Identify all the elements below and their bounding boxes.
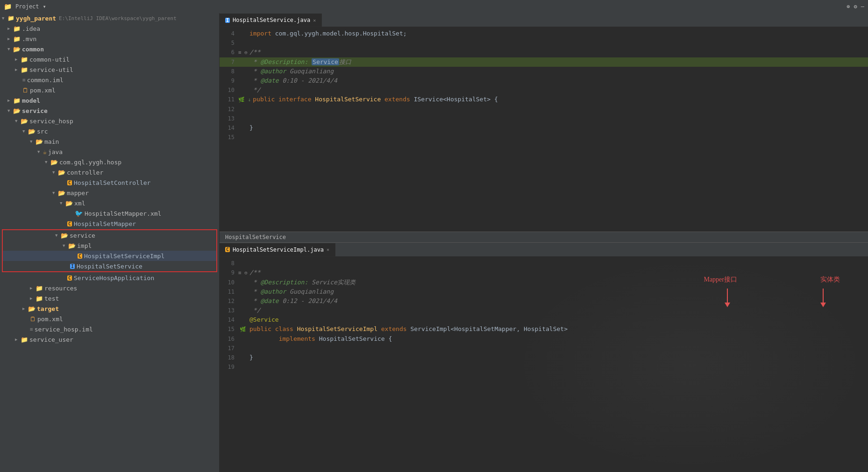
upper-code-pane[interactable]: 4 import com.gql.yygh.model.hosp.Hospita… (220, 27, 868, 232)
globe-icon[interactable]: ⊕ (847, 3, 850, 10)
sidebar-item-package[interactable]: ▼ 📂 com.gql.yygh.hosp (0, 157, 219, 167)
code-line-14: 14 } (220, 123, 868, 133)
sidebar-item-service-folder[interactable]: ▼ 📂 service (3, 230, 216, 240)
lower-code-line-14: 14 @Service (220, 315, 868, 324)
java-c-icon4: C (67, 275, 72, 281)
sidebar-item-HospitalSetServiceImpl[interactable]: ▶ C HospitalSetServiceImpl (3, 251, 216, 261)
sidebar-item-service[interactable]: ▼ 📂 service (0, 106, 219, 116)
sidebar-item-mvn[interactable]: ▶ 📁 .mvn (0, 34, 219, 44)
sidebar-item-common-util[interactable]: ▶ 📁 common-util (0, 54, 219, 64)
lower-pane: C HospitalSetServiceImpl.java ✕ 8 (220, 243, 868, 472)
folder-icon: 📁 (21, 56, 28, 63)
lower-code-line-11: 11 * @author Guoqianliang (220, 287, 868, 296)
code-line-15: 15 (220, 133, 868, 142)
folder-open-icon: 📂 (21, 118, 28, 125)
java-src-icon: ☕ (43, 148, 47, 155)
sidebar-item-mapper[interactable]: ▼ 📂 mapper (0, 188, 219, 198)
folder-icon: 📂 (58, 190, 65, 197)
folder-icon: 📂 (68, 242, 76, 249)
lower-code-content: 8 9 ≡ ⊖ /** 10 * @Description: (220, 257, 868, 373)
folder-icon: 📁 (36, 295, 43, 302)
folder-open-icon: 📂 (13, 107, 21, 114)
project-icon: 📁 (4, 3, 12, 10)
sidebar-item-main[interactable]: ▼ 📂 main (0, 136, 219, 147)
lower-code-line-10: 10 * @Description: Service实现类 (220, 278, 868, 287)
folder-icon: 📁 (13, 35, 21, 42)
lower-code-line-8: 8 (220, 259, 868, 268)
tab-HospitalSetServiceImpl[interactable]: C HospitalSetServiceImpl.java ✕ (220, 243, 335, 256)
folder-icon: 📁 (36, 285, 43, 292)
red-box-container: ▼ 📂 service ▼ 📂 impl ▶ C HospitalSetServ… (2, 229, 217, 272)
minimize-icon[interactable]: — (861, 3, 864, 10)
sidebar-item-java[interactable]: ▼ ☕ java (0, 147, 219, 157)
project-label[interactable]: Project (15, 3, 39, 10)
folder-icon: 📁 (21, 66, 28, 73)
sidebar-item-target[interactable]: ▶ 📂 target (0, 303, 219, 314)
sidebar-root[interactable]: ▼ 📁 yygh_parent E:\IntelliJ IDEA\workspa… (0, 13, 219, 23)
sidebar-item-model[interactable]: ▶ 📁 model (0, 95, 219, 106)
upper-tab-bar: I HospitalSetService.java ✕ (220, 13, 868, 27)
code-line-6: 6 ≡ ⊖ /** (220, 48, 868, 57)
code-line-9: 9 * @date 0:10 - 2021/4/4 (220, 76, 868, 85)
sidebar-item-service-hosp[interactable]: ▼ 📂 service_hosp (0, 116, 219, 126)
breadcrumb-label: HospitalSetService (225, 234, 286, 240)
folder-icon: 📂 (36, 138, 43, 145)
iml-icon: ≡ (22, 77, 26, 83)
sidebar-item-test[interactable]: ▶ 📁 test (0, 293, 219, 303)
code-line-5: 5 (220, 38, 868, 48)
lower-tab-label: HospitalSetServiceImpl.java (233, 247, 324, 253)
root-arrow: ▼ (2, 16, 7, 21)
lower-code-line-16: 16 implements HospitalSetService { (220, 334, 868, 344)
tab-close[interactable]: ✕ (313, 18, 316, 23)
sidebar-item-resources[interactable]: ▶ 📁 resources (0, 283, 219, 293)
sidebar-item-service-util[interactable]: ▶ 📁 service-util (0, 64, 219, 75)
sidebar-item-idea[interactable]: ▶ 📁 .idea (0, 23, 219, 34)
sidebar-item-HospitalSetService[interactable]: ▶ I HospitalSetService (3, 261, 216, 271)
sidebar-item-service-hosp-iml[interactable]: ▶ ≡ service_hosp.iml (0, 324, 219, 334)
code-line-13: 13 (220, 114, 868, 123)
root-label: yygh_parent (16, 15, 56, 22)
sidebar-item-ServiceHospApplication[interactable]: ▶ C ServiceHospApplication (0, 273, 219, 283)
sidebar-item-xml[interactable]: ▼ 📂 xml (0, 198, 219, 208)
sidebar-item-common[interactable]: ▼ 📂 common (0, 44, 219, 54)
dropdown-icon[interactable]: ▾ (43, 3, 46, 10)
sidebar-item-src[interactable]: ▼ 📂 src (0, 126, 219, 136)
upper-pane: I HospitalSetService.java ✕ 4 import com… (220, 13, 868, 243)
lower-code-line-17: 17 (220, 344, 868, 353)
code-line-8: 8 * @author Guoqianliang (220, 67, 868, 76)
lower-code-line-18: 18 } (220, 353, 868, 362)
folder-icon: 📁 (13, 25, 21, 32)
sidebar-item-service-user[interactable]: ▶ 📁 service_user (0, 334, 219, 345)
tab-HospitalSetService[interactable]: I HospitalSetService.java ✕ (220, 14, 322, 27)
root-path: E:\IntelliJ IDEA\workspace\yygh_parent (59, 15, 177, 21)
sidebar-item-HospitalSetController[interactable]: ▶ C HospitalSetController (0, 177, 219, 188)
lower-code-wrapper[interactable]: 8 9 ≡ ⊖ /** 10 * @Description: (220, 257, 868, 472)
folder-open-icon: 📂 (13, 46, 21, 53)
lower-tab-bar: C HospitalSetServiceImpl.java ✕ (220, 243, 868, 257)
java-c-icon: C (67, 180, 72, 185)
java-c-icon3: C (78, 254, 82, 259)
folder-icon: 📂 (61, 232, 68, 239)
code-line-11: 11 🌿 ↓ public interface HospitalSetServi… (220, 95, 868, 105)
xml-icon: 🗒 (22, 87, 28, 94)
sidebar-item-HospitalSetMapper[interactable]: ▶ C HospitalSetMapper (0, 218, 219, 229)
code-line-4: 4 import com.gql.yygh.model.hosp.Hospita… (220, 29, 868, 38)
lower-code-line-15: 15 🌿 public class HospitalSetServiceImpl… (220, 324, 868, 334)
sidebar-item-pom2[interactable]: ▶ 🗒 pom.xml (0, 314, 219, 324)
xml-icon2: 🗒 (30, 316, 36, 323)
lower-tab-close[interactable]: ✕ (327, 247, 329, 252)
sidebar-item-controller[interactable]: ▼ 📂 controller (0, 167, 219, 177)
lower-code-line-13: 13 */ (220, 306, 868, 315)
lower-code-line-19: 19 (220, 362, 868, 372)
folder-icon: 📁 (21, 336, 28, 343)
folder-icon: 📂 (28, 128, 36, 135)
editor-area: I HospitalSetService.java ✕ 4 import com… (220, 13, 868, 472)
sidebar-item-impl[interactable]: ▼ 📂 impl (3, 240, 216, 251)
tab-i-icon: I (225, 18, 230, 23)
sidebar-item-HospitalSetMapper-xml[interactable]: ▶ 🐦 HospitalSetMapper.xml (0, 208, 219, 218)
sidebar-item-pom1[interactable]: ▶ 🗒 pom.xml (0, 85, 219, 95)
settings-icon[interactable]: ⚙ (854, 3, 857, 10)
folder-icon: 📂 (58, 169, 65, 176)
folder-icon: 📂 (28, 305, 36, 312)
sidebar-item-common-iml[interactable]: ▶ ≡ common.iml (0, 75, 219, 85)
